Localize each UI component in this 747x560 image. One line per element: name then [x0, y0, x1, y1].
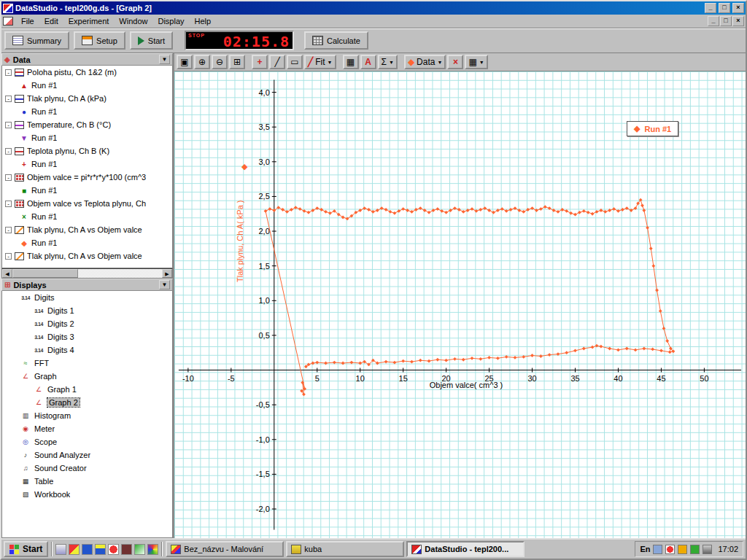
mdi-close-button[interactable]: ×	[732, 16, 744, 26]
menu-window[interactable]: Window	[114, 15, 152, 27]
menu-experiment[interactable]: Experiment	[63, 15, 115, 27]
text-tool-button[interactable]: A	[360, 55, 376, 69]
calculate-button[interactable]: Calculate	[304, 31, 368, 50]
display-item-graph-2[interactable]: ∠ Graph 2	[2, 396, 172, 409]
smart-tool-button[interactable]: +	[252, 55, 268, 69]
restore-button[interactable]: □	[719, 3, 730, 13]
display-item-digits-4[interactable]: 3.14 Digits 4	[2, 343, 172, 357]
scrollbar-thumb[interactable]	[12, 269, 78, 278]
collapse-icon[interactable]: -	[5, 201, 12, 207]
slope-tool-button[interactable]: ╱	[269, 55, 285, 69]
menu-edit[interactable]: Edit	[39, 15, 63, 27]
run-item[interactable]: ◆ Run #1	[2, 236, 172, 249]
data-item[interactable]: - Temperature, Ch B (°C)	[2, 118, 172, 131]
display-item-meter[interactable]: ◉ Meter	[2, 422, 172, 435]
display-item-digits[interactable]: 3.14 Digits	[2, 291, 172, 304]
run-item[interactable]: ▼ Run #1	[2, 131, 172, 144]
quick-launch-icon[interactable]	[121, 544, 132, 555]
tray-icon[interactable]	[678, 545, 687, 554]
minimize-button[interactable]: _	[705, 3, 716, 13]
scroll-left-icon[interactable]: ◀	[2, 269, 12, 278]
quick-launch-icon[interactable]	[95, 544, 106, 555]
calculate-tool-button[interactable]: ▦	[343, 55, 359, 69]
legend[interactable]: ◆ Run #1	[627, 121, 678, 136]
task-button-datastudio[interactable]: DataStudio - tepl200...	[406, 541, 525, 557]
menu-display[interactable]: Display	[152, 15, 189, 27]
quick-launch-icon[interactable]	[147, 544, 158, 555]
display-item-digits-3[interactable]: 3.14 Digits 3	[2, 330, 172, 343]
close-button[interactable]: ×	[732, 3, 744, 13]
tray-icon[interactable]	[653, 545, 662, 554]
y-axis-series-icon[interactable]: ◆	[241, 162, 247, 171]
display-item-graph[interactable]: ∠ Graph	[2, 370, 172, 383]
data-tree-hscrollbar[interactable]: ◀ ▶	[1, 268, 173, 279]
display-item-fft[interactable]: ≈ FFT	[2, 357, 172, 370]
quick-launch-icon[interactable]	[69, 544, 80, 555]
quick-launch-icon[interactable]	[134, 544, 145, 555]
scale-to-fit-button[interactable]: ▣	[177, 55, 193, 69]
run-item[interactable]: ● Run #1	[2, 105, 172, 118]
display-item-sound-analyzer[interactable]: ♪ Sound Analyzer	[2, 448, 172, 462]
menu-file[interactable]: File	[16, 15, 39, 27]
display-item-digits-1[interactable]: 3.14 Digits 1	[2, 304, 172, 317]
zoom-select-button[interactable]: ⊞	[229, 55, 245, 69]
displays-panel-header[interactable]: ⊞ Displays ▼	[1, 279, 173, 291]
data-item[interactable]: - Tlak plynu, Ch A vs Objem valce	[2, 223, 172, 236]
data-item[interactable]: - Objem valce = pi*r*r*y*100 (cm^3	[2, 171, 172, 184]
data-panel-dropdown-icon[interactable]: ▼	[159, 55, 170, 64]
setup-button[interactable]: Setup	[74, 31, 125, 50]
collapse-icon[interactable]: -	[5, 96, 12, 102]
x-axis-title[interactable]: Objem valce( cm^3 )	[371, 381, 561, 389]
display-item-digits-2[interactable]: 3.14 Digits 2	[2, 317, 172, 330]
annotate-button[interactable]: ▭	[287, 55, 303, 69]
graph-settings-button[interactable]: ▦ ▼	[465, 55, 487, 69]
data-item[interactable]: - Tlak plynu, Ch A (kPa)	[2, 92, 172, 105]
tray-icon[interactable]	[690, 545, 700, 554]
graph-window-icon[interactable]	[3, 17, 13, 26]
mdi-restore-button[interactable]: □	[720, 16, 732, 26]
data-menu-button[interactable]: ◆ Data ▼	[404, 55, 446, 69]
quick-launch-icon[interactable]	[82, 544, 93, 555]
collapse-icon[interactable]: -	[5, 174, 12, 181]
plot-area[interactable]: -10-551015202530354045504,03,53,02,52,01…	[174, 71, 746, 538]
fit-menu-button[interactable]: ╱ Fit ▼	[304, 55, 336, 69]
start-menu-button[interactable]: Start	[4, 541, 48, 557]
quick-launch-icon[interactable]	[108, 544, 119, 555]
display-item-graph-1[interactable]: ∠ Graph 1	[2, 383, 172, 396]
volume-icon[interactable]	[703, 545, 712, 554]
mdi-minimize-button[interactable]: _	[708, 16, 719, 26]
display-item-sound-creator[interactable]: ♫ Sound Creator	[2, 462, 172, 475]
zoom-in-button[interactable]: ⊕	[194, 55, 210, 69]
statistics-button[interactable]: Σ ▼	[378, 55, 398, 69]
run-item[interactable]: ▲ Run #1	[2, 79, 172, 92]
displays-panel-dropdown-icon[interactable]: ▼	[159, 280, 170, 289]
start-button[interactable]: Start	[130, 31, 173, 50]
data-panel-header[interactable]: ◈ Data ▼	[1, 53, 173, 66]
data-item[interactable]: - Teplota plynu, Ch B (K)	[2, 144, 172, 158]
data-item[interactable]: - Objem valce vs Teplota plynu, Ch	[2, 197, 172, 210]
display-item-table[interactable]: ▦ Table	[2, 475, 172, 488]
menu-help[interactable]: Help	[190, 15, 217, 27]
display-item-histogram[interactable]: ▥ Histogram	[2, 409, 172, 422]
remove-button[interactable]: ×	[447, 55, 463, 69]
run-item[interactable]: ■ Run #1	[2, 184, 172, 197]
collapse-icon[interactable]: -	[5, 148, 12, 155]
scroll-right-icon[interactable]: ▶	[162, 269, 172, 278]
task-button-folder[interactable]: kuba	[286, 541, 404, 557]
summary-button[interactable]: Summary	[4, 31, 69, 50]
collapse-icon[interactable]: -	[5, 227, 12, 233]
collapse-icon[interactable]: -	[5, 253, 12, 260]
data-item[interactable]: - Tlak plynu, Ch A vs Objem valce	[2, 249, 172, 262]
data-item[interactable]: - Poloha pistu, Ch 1&2 (m)	[2, 66, 172, 79]
task-button-paint[interactable]: Bez_názvu - Malování	[166, 541, 284, 557]
collapse-icon[interactable]: -	[5, 69, 12, 76]
collapse-icon[interactable]: -	[5, 122, 12, 128]
run-item[interactable]: + Run #1	[2, 158, 172, 171]
y-axis-title[interactable]: Tlak plynu, Ch A( kPa )	[236, 172, 244, 311]
display-item-scope[interactable]: ◎ Scope	[2, 435, 172, 448]
run-item[interactable]: × Run #1	[2, 210, 172, 223]
zoom-out-button[interactable]: ⊖	[212, 55, 228, 69]
quick-launch-icon[interactable]	[55, 544, 66, 555]
keyboard-language-indicator[interactable]: En	[640, 545, 650, 553]
tray-icon[interactable]	[665, 545, 675, 554]
